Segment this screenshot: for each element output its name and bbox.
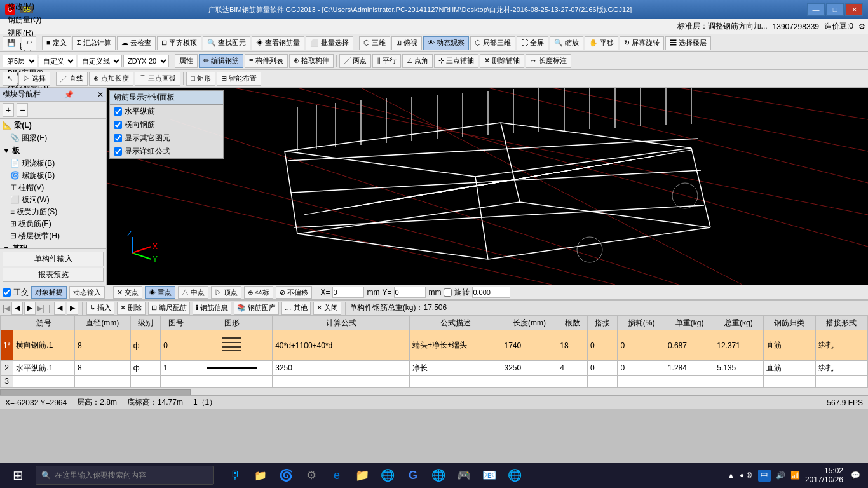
sidebar-group-slab[interactable]: ▼ 板 (0, 144, 106, 158)
view-rebar-button[interactable]: ◈ 查看钢筋量 (252, 36, 304, 50)
line-button[interactable]: ╱ 直线 (56, 72, 88, 86)
3d-button[interactable]: ⬡ 三维 (359, 36, 390, 50)
dynamic-input-button[interactable]: 动态输入 (69, 286, 105, 299)
rectangle-button[interactable]: □ 矩形 (186, 72, 215, 86)
property-button[interactable]: 属性 (175, 54, 198, 68)
delete-axis-button[interactable]: ✕ 删除辅轴 (480, 54, 524, 68)
sidebar-item-column-cap[interactable]: ⊤ 柱帽(V) (0, 182, 106, 194)
sigma-button[interactable]: Σ 汇总计算 (72, 36, 116, 50)
fullscreen-button[interactable]: ⛶ 全屏 (517, 36, 548, 50)
find-element-button[interactable]: 🔍 查找图元 (203, 36, 250, 50)
x-input[interactable] (332, 287, 364, 298)
sidebar-item-slab-neg-rebar[interactable]: ⊞ 板负筋(F) (0, 218, 106, 230)
table-row[interactable]: 2水平纵筋.18ф13250净长32504001.2845.135直筋绑扎 (1, 361, 868, 376)
point-extend-button[interactable]: ⊕ 点加长度 (89, 72, 133, 86)
code-select[interactable]: ZDYX-20 (123, 55, 169, 67)
select-floor-button[interactable]: ☰ 选择楼层 (665, 36, 711, 50)
network-icon[interactable]: 📶 (790, 471, 800, 480)
sidebar-pin-icon[interactable]: 📌 (64, 90, 74, 99)
system-clock[interactable]: 15:02 2017/10/26 (805, 466, 843, 484)
ortho-checkbox[interactable] (3, 288, 11, 297)
floor-select[interactable]: 第5层 (3, 55, 37, 67)
three-arc-button[interactable]: ⌒ 三点画弧 (135, 72, 180, 86)
sidebar-group-foundation[interactable]: ▼ 基础 (0, 242, 106, 248)
edit-rebar-button[interactable]: ✏ 编辑钢筋 (199, 54, 243, 68)
menu-item-钢筋量q[interactable]: 钢筋量(Q) (3, 13, 53, 27)
rebar-check-transverse[interactable]: 横向钢筋 (110, 118, 223, 132)
zoom-button[interactable]: 🔍 缩放 (550, 36, 583, 50)
taskbar-app-7[interactable]: 🌐 (427, 464, 450, 487)
volume-icon[interactable]: 🔊 (776, 471, 785, 480)
sidebar-item-floor-band[interactable]: ⊟ 楼层板带(H) (0, 230, 106, 242)
sidebar-item-slab-force-rebar[interactable]: ≡ 板受力筋(S) (0, 206, 106, 218)
three-point-axis-button[interactable]: ⊹ 三点辅轴 (434, 54, 478, 68)
delete-button[interactable]: ✕ 删除 (117, 302, 145, 315)
point-angle-button[interactable]: ∠ 点角 (402, 54, 433, 68)
cloud-check-button[interactable]: ☁ 云检查 (117, 36, 156, 50)
taskbar-app-1[interactable]: 🎙 (224, 464, 247, 487)
report-preview-button[interactable]: 报表预览 (3, 268, 104, 282)
lang-icon[interactable]: 中 (758, 470, 771, 482)
define-button[interactable]: ■ 定义 (42, 36, 71, 50)
length-mark-button[interactable]: ↔ 长度标注 (526, 54, 571, 68)
maximize-button[interactable]: □ (826, 3, 844, 16)
sidebar-item-slab-hole[interactable]: ⬜ 板洞(W) (0, 194, 106, 206)
table-prev-button[interactable]: ◀ (11, 302, 23, 315)
batch-select-button[interactable]: ⬜ 批量选择 (306, 36, 353, 50)
rebar-info-button[interactable]: ℹ 钢筋信息 (193, 302, 231, 315)
coord-button[interactable]: ⊕ 坐标 (244, 286, 273, 299)
sidebar-remove-button[interactable]: − (17, 103, 28, 117)
select-button[interactable]: ▷ 选择 (18, 72, 50, 86)
defline-select[interactable]: 自定义线 (78, 55, 122, 67)
sidebar-item-spiral-slab[interactable]: 🌀 螺旋板(B) (0, 170, 106, 182)
scale-rebar-button[interactable]: ⊞ 编尺配筋 (148, 302, 190, 315)
other-button[interactable]: … 其他 (281, 302, 311, 315)
settings-icon[interactable]: ⚙ (858, 22, 865, 31)
component-list-button[interactable]: ≡ 构件列表 (245, 54, 287, 68)
sidebar-add-button[interactable]: + (3, 103, 14, 117)
taskbar-app-g[interactable]: G (402, 464, 424, 487)
parallel-button[interactable]: ∥ 平行 (372, 54, 401, 68)
taskbar-app-10[interactable]: 🌐 (503, 464, 526, 487)
menu-item-修改m[interactable]: 修改(M) (3, 0, 53, 13)
define-select[interactable]: 自定义 (39, 55, 76, 67)
single-component-input-button[interactable]: 单构件输入 (3, 252, 104, 266)
midpoint-button[interactable]: ◈ 重点 (145, 286, 175, 299)
taskbar-app-4[interactable]: ⚙ (300, 464, 323, 487)
two-point-button[interactable]: ╱ 两点 (339, 54, 371, 68)
pan-button[interactable]: ✋ 平移 (585, 36, 618, 50)
close-table-button[interactable]: ✕ 关闭 (313, 302, 341, 315)
rebar-check-show-elements[interactable]: 显示其它图元 (110, 132, 223, 145)
taskbar-app-5[interactable]: 📁 (351, 464, 374, 487)
rebar-check-horizontal[interactable]: 水平纵筋 (110, 105, 223, 118)
top-view-button[interactable]: ⊞ 俯视 (391, 36, 422, 50)
sidebar-item-cast-slab[interactable]: 📄 现浇板(B) (0, 158, 106, 170)
close-button[interactable]: ✕ (845, 3, 863, 16)
taskbar-app-3[interactable]: 🌀 (275, 464, 297, 487)
insert-button[interactable]: ↳ 插入 (86, 302, 114, 315)
start-button[interactable]: ⊞ (5, 464, 31, 487)
taskbar-app-8[interactable]: 🎮 (452, 464, 475, 487)
taskbar-app-2[interactable]: 📁 (249, 464, 272, 487)
show-formula-checkbox[interactable] (114, 147, 122, 156)
table-row[interactable]: 1*横向钢筋.18ф040*d+1100+40*d端头+净长+端头1740180… (1, 330, 868, 361)
dynamic-view-button[interactable]: 👁 动态观察 (423, 36, 469, 50)
notification-button[interactable]: 💬 (848, 471, 863, 480)
local-3d-button[interactable]: ⬡ 局部三维 (470, 36, 515, 50)
no-offset-button[interactable]: ⊘ 不偏移 (276, 286, 312, 299)
sidebar-item-ring-beam[interactable]: 📎 圈梁(E) (0, 132, 106, 144)
table-next2-button[interactable]: ▶ (67, 302, 78, 315)
rebar-library-button[interactable]: 📚 钢筋图库 (234, 302, 279, 315)
transverse-rebar-checkbox[interactable] (114, 121, 122, 129)
table-scrollbar-thumb[interactable] (0, 389, 191, 395)
table-prev2-button[interactable]: ◀ (54, 302, 65, 315)
table-next-button[interactable]: ▶ (24, 302, 36, 315)
table-scrollbar[interactable] (0, 388, 868, 395)
horizontal-rebar-checkbox[interactable] (114, 107, 122, 116)
taskbar-app-9[interactable]: 📧 (478, 464, 501, 487)
pick-component-button[interactable]: ⊕ 拾取构件 (289, 54, 334, 68)
screen-rotate-button[interactable]: ↻ 屏幕旋转 (620, 36, 664, 50)
minimize-button[interactable]: — (807, 3, 825, 16)
align-slab-button[interactable]: ⊟ 平齐板顶 (157, 36, 201, 50)
table-row[interactable]: 3 (1, 376, 868, 388)
